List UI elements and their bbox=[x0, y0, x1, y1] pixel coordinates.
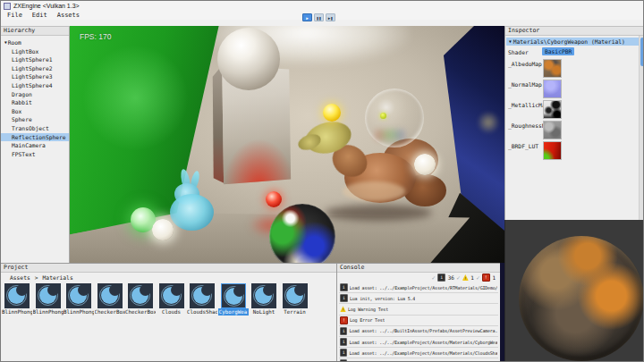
hierarchy-item[interactable]: Dragon bbox=[1, 90, 69, 99]
warning-icon[interactable]: ! bbox=[462, 274, 469, 281]
breadcrumb: Assets > Materials bbox=[10, 274, 73, 281]
hierarchy-panel: Hierarchy ▼Room LightBox LightSphere1 Li… bbox=[1, 26, 70, 263]
scene-yellow-light-sphere bbox=[323, 104, 341, 122]
tree-expander-icon[interactable]: ▼ bbox=[4, 40, 7, 45]
hierarchy-item[interactable]: Sphere bbox=[1, 115, 69, 124]
menu-edit[interactable]: Edit bbox=[32, 12, 47, 19]
error-count: 1 bbox=[492, 274, 496, 281]
map-label: _AlbedoMap bbox=[508, 61, 542, 67]
info-icon: i bbox=[340, 327, 347, 335]
material-item[interactable]: BlinnPhong bbox=[36, 283, 61, 316]
material-sphere-icon bbox=[190, 283, 215, 308]
console-panel: Console ✓ i 36 ✓ ! 1 ✓ ! 1 iLoad asset: … bbox=[336, 263, 500, 362]
step-button[interactable]: ▶❚ bbox=[326, 13, 335, 21]
glass-refraction-dot bbox=[380, 113, 386, 119]
log-row[interactable]: iLoad asset: ../../ExampleProject/Assets… bbox=[339, 337, 498, 348]
log-row[interactable]: !Log Error Test bbox=[339, 316, 498, 326]
scene-reflection-sphere bbox=[269, 204, 335, 263]
map-label: _NormalMap bbox=[508, 81, 542, 88]
hierarchy-item[interactable]: MainCamera bbox=[1, 141, 69, 150]
info-icon: i bbox=[340, 338, 347, 346]
app-window: ZXEngine <Vulkan 1.3> File Edit Assets ▶… bbox=[0, 0, 644, 362]
error-icon[interactable]: ! bbox=[482, 274, 490, 282]
inspector-scrollbar[interactable] bbox=[639, 36, 644, 220]
material-preview-area[interactable] bbox=[504, 220, 644, 362]
log-row[interactable]: iLoad asset: ../../ExampleProject/Assets… bbox=[339, 282, 498, 293]
scene-rabbit-model bbox=[164, 169, 217, 232]
material-item[interactable]: BlinnPhong bbox=[4, 283, 30, 316]
normal-map-thumbnail[interactable] bbox=[543, 80, 562, 98]
metallic-map-thumbnail[interactable] bbox=[543, 100, 562, 119]
hierarchy-title: Hierarchy bbox=[1, 27, 69, 36]
hierarchy-item[interactable]: LightBox bbox=[1, 47, 69, 56]
material-header[interactable]: ▼Materials\CyborgWeapon (Material) bbox=[506, 38, 639, 46]
console-log-list: iLoad asset: ../../ExampleProject/Assets… bbox=[339, 282, 498, 362]
scene-red-light-sphere bbox=[266, 191, 282, 207]
info-icon: i bbox=[340, 283, 348, 291]
play-button[interactable]: ▶ bbox=[302, 13, 312, 21]
hierarchy-item-room[interactable]: ▼Room bbox=[1, 38, 69, 47]
menu-assets[interactable]: Assets bbox=[57, 12, 80, 19]
material-item[interactable]: NoLight bbox=[251, 283, 276, 316]
scene-viewport[interactable]: FPS: 170 bbox=[70, 26, 504, 263]
material-sphere-icon bbox=[4, 283, 30, 308]
scene-white-light-sphere-left bbox=[152, 219, 174, 240]
fps-counter: FPS: 170 bbox=[80, 32, 111, 41]
bottom-dock: Project Assets > Materials BlinnPhong Bl… bbox=[1, 263, 504, 362]
console-title: Console bbox=[337, 264, 500, 273]
hierarchy-item[interactable]: TransObject bbox=[1, 124, 69, 133]
material-item[interactable]: CloudsShac bbox=[190, 283, 215, 316]
project-title: Project bbox=[1, 264, 336, 273]
inspector-title: Inspector bbox=[505, 27, 644, 36]
shader-label: Shader bbox=[508, 49, 529, 55]
map-label: _BRDF_LUT bbox=[508, 143, 538, 149]
project-panel: Project Assets > Materials BlinnPhong Bl… bbox=[1, 263, 336, 362]
collapse-icon[interactable]: ▼ bbox=[509, 39, 512, 44]
hierarchy-item-selected[interactable]: ReflectionSphere bbox=[1, 133, 69, 142]
log-row[interactable]: iLoad asset: ../../ExampleProject/Assets… bbox=[339, 348, 498, 358]
shader-value-button[interactable]: BasicPBR bbox=[542, 47, 574, 55]
log-row[interactable]: !Log Warning Test bbox=[339, 304, 498, 315]
hierarchy-item[interactable]: LightSphere4 bbox=[1, 81, 69, 90]
log-row[interactable]: iLua init, version: Lua 5.4 bbox=[339, 293, 498, 304]
info-icon[interactable]: i bbox=[437, 274, 445, 282]
scene-chrome-sphere bbox=[217, 28, 280, 90]
menu-file[interactable]: File bbox=[7, 12, 22, 19]
hierarchy-item[interactable]: LightSphere1 bbox=[1, 55, 69, 64]
log-row[interactable]: iLoad asset: ../../BuiltInAssets/Prefabs… bbox=[339, 326, 498, 337]
hierarchy-tree: ▼Room LightBox LightSphere1 LightSphere2… bbox=[1, 36, 69, 158]
material-item-selected[interactable]: CyborgWea bbox=[221, 283, 246, 316]
material-item[interactable]: BlinnPhong bbox=[66, 283, 91, 316]
info-filter-check-icon[interactable]: ✓ bbox=[432, 274, 436, 282]
brdf-lut-thumbnail[interactable] bbox=[543, 141, 562, 160]
scene-white-light-sphere-right bbox=[414, 154, 436, 175]
error-icon: ! bbox=[340, 316, 348, 324]
breadcrumb-materials[interactable]: Materials bbox=[43, 274, 73, 281]
warn-filter-check-icon[interactable]: ✓ bbox=[456, 274, 460, 282]
material-item[interactable]: Terrain bbox=[283, 283, 308, 316]
warning-icon: ! bbox=[340, 306, 346, 312]
material-item[interactable]: CheckerBox bbox=[97, 283, 123, 316]
scrollbar-thumb[interactable] bbox=[640, 38, 644, 66]
breadcrumb-assets[interactable]: Assets bbox=[10, 274, 30, 281]
material-sphere-icon bbox=[36, 283, 61, 308]
scene-wall-reflection bbox=[477, 111, 500, 134]
material-sphere-icon bbox=[283, 283, 308, 308]
material-item[interactable]: CheckerBox bbox=[128, 283, 153, 316]
hierarchy-item[interactable]: Rabbit bbox=[1, 98, 69, 107]
log-row[interactable]: iLoad asset: ../../ExampleProject/Assets… bbox=[339, 358, 498, 362]
hierarchy-item[interactable]: Box bbox=[1, 107, 69, 116]
albedo-map-thumbnail[interactable] bbox=[543, 59, 562, 78]
material-sphere-icon bbox=[251, 283, 276, 308]
roughness-map-thumbnail[interactable] bbox=[543, 121, 562, 139]
info-count: 36 bbox=[448, 274, 454, 281]
inspector-panel: Inspector ▼Materials\CyborgWeapon (Mater… bbox=[504, 26, 644, 220]
info-icon: i bbox=[340, 349, 347, 357]
material-sphere-icon bbox=[97, 283, 123, 308]
pause-button[interactable]: ❚❚ bbox=[314, 13, 324, 21]
error-filter-check-icon[interactable]: ✓ bbox=[476, 274, 479, 282]
hierarchy-item[interactable]: LightSphere2 bbox=[1, 64, 69, 73]
hierarchy-item[interactable]: FPSText bbox=[1, 150, 69, 159]
hierarchy-item[interactable]: LightSphere3 bbox=[1, 72, 69, 81]
material-item[interactable]: Clouds bbox=[159, 283, 184, 316]
